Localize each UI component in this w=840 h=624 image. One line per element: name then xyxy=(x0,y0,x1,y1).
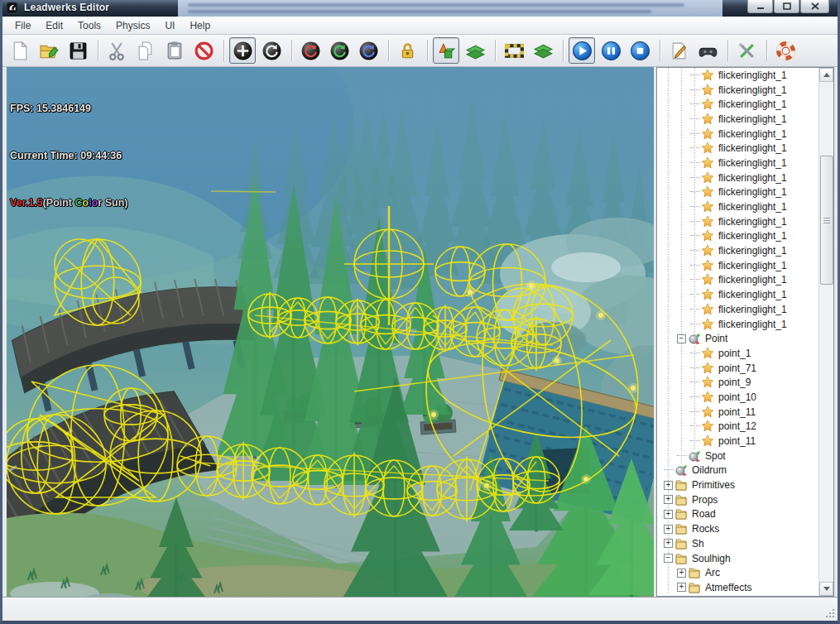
toolbar-rotate-y-button[interactable] xyxy=(326,37,353,64)
tree-item-point_1[interactable]: point_1 xyxy=(657,346,819,361)
script-editor-icon xyxy=(669,41,689,61)
toolbar-frame-select-button[interactable] xyxy=(501,37,527,64)
star-icon xyxy=(701,98,714,111)
maximize-button[interactable] xyxy=(774,0,799,13)
tree-item-flickeringlight_1[interactable]: flickeringlight_1 xyxy=(657,185,819,200)
toolbar-terrain-button[interactable] xyxy=(462,37,488,64)
tree-item-flickeringlight_1[interactable]: flickeringlight_1 xyxy=(657,170,819,185)
minimize-button[interactable] xyxy=(747,0,773,13)
version-line: Ver.1.5(Point Color Sun) xyxy=(10,195,127,211)
toolbar-separator xyxy=(495,40,497,61)
viewport-3d[interactable]: FPS: 15.3846149 Current Time: 09:44:36 V… xyxy=(7,67,654,597)
expand-icon[interactable]: + xyxy=(664,525,673,534)
tree-item-oildrum[interactable]: Oildrum xyxy=(657,463,819,478)
expand-icon[interactable]: + xyxy=(677,583,686,592)
tree-item-flickeringlight_1[interactable]: flickeringlight_1 xyxy=(657,112,819,127)
tree-item-flickeringlight_1[interactable]: flickeringlight_1 xyxy=(657,68,819,83)
toolbar-stop-button[interactable] xyxy=(626,37,653,64)
tree-item-props[interactable]: +Props xyxy=(657,492,819,507)
tree-item-point_11[interactable]: point_11 xyxy=(657,405,819,420)
tree-item-label: flickeringlight_1 xyxy=(718,157,787,169)
toolbar-script-editor-button[interactable] xyxy=(665,37,692,64)
tree-item-flickeringlight_1[interactable]: flickeringlight_1 xyxy=(657,258,819,273)
star-icon xyxy=(701,259,714,272)
toolbar-help-lifering-button[interactable] xyxy=(772,37,799,64)
tree-item-point_12[interactable]: point_12 xyxy=(657,420,819,434)
tree-scrollbar[interactable] xyxy=(818,68,833,596)
toolbar-game-controller-button[interactable] xyxy=(694,37,721,64)
tree-item-flickeringlight_1[interactable]: flickeringlight_1 xyxy=(657,317,819,332)
tree-item-label: Sh xyxy=(692,538,704,550)
expand-icon[interactable]: + xyxy=(664,539,673,548)
expand-icon[interactable]: + xyxy=(664,495,673,504)
tree-item-flickeringlight_1[interactable]: flickeringlight_1 xyxy=(657,83,819,98)
toolbar-translate-button[interactable] xyxy=(229,37,256,64)
star-icon xyxy=(701,288,714,301)
toolbar-copy-button[interactable] xyxy=(132,37,159,64)
expand-icon[interactable]: + xyxy=(664,481,673,490)
tree-item-flickeringlight_1[interactable]: flickeringlight_1 xyxy=(657,156,819,170)
toolbar-pause-button[interactable] xyxy=(598,37,624,64)
scroll-thumb[interactable] xyxy=(820,156,833,285)
tree-item-flickeringlight_1[interactable]: flickeringlight_1 xyxy=(657,243,819,258)
tree-item-soulhigh[interactable]: −Soulhigh xyxy=(657,551,819,566)
scroll-down-button[interactable] xyxy=(819,582,833,596)
collapse-icon[interactable]: − xyxy=(664,554,673,563)
tree-item-spot[interactable]: Spot xyxy=(657,449,819,463)
toolbar-open-folder-button[interactable] xyxy=(36,37,62,64)
expand-icon[interactable]: + xyxy=(664,510,673,519)
tree-item-arc[interactable]: +Arc xyxy=(657,565,819,580)
toolbar-rotate-x-button[interactable] xyxy=(297,37,324,64)
toolbar-rotate-button[interactable] xyxy=(258,37,285,64)
menu-item-edit[interactable]: Edit xyxy=(38,18,70,33)
tree-item-point_11[interactable]: point_11 xyxy=(657,434,819,449)
tree-item-flickeringlight_1[interactable]: flickeringlight_1 xyxy=(657,287,819,302)
tree-connector xyxy=(690,74,700,76)
toolbar-play-button[interactable] xyxy=(569,37,595,64)
toolbar-lock-button[interactable] xyxy=(394,37,420,64)
tree-item-point_10[interactable]: point_10 xyxy=(657,390,819,405)
tree-item-rocks[interactable]: +Rocks xyxy=(657,521,819,536)
toolbar-new-file-button[interactable] xyxy=(7,37,33,64)
tree-item-point_71[interactable]: point_71 xyxy=(657,361,819,376)
tree-item-flickeringlight_1[interactable]: flickeringlight_1 xyxy=(657,214,819,229)
tree-item-label: point_12 xyxy=(718,420,756,432)
menu-item-physics[interactable]: Physics xyxy=(108,18,157,33)
tree-item-flickeringlight_1[interactable]: flickeringlight_1 xyxy=(657,97,819,112)
menu-item-ui[interactable]: UI xyxy=(157,18,182,33)
toolbar-save-button[interactable] xyxy=(65,37,91,64)
no-entry-icon xyxy=(194,41,214,61)
menu-item-file[interactable]: File xyxy=(7,18,38,33)
resize-grip[interactable] xyxy=(825,608,836,619)
collapse-icon[interactable]: − xyxy=(677,334,686,343)
scroll-up-button[interactable] xyxy=(819,68,833,82)
toolbar-terrain-paint-button[interactable] xyxy=(530,37,556,64)
tree-item-atmeffects[interactable]: +Atmeffects xyxy=(657,580,819,595)
tree-item-flickeringlight_1[interactable]: flickeringlight_1 xyxy=(657,273,819,288)
tree-list: flickeringlight_1flickeringlight_1flicke… xyxy=(657,68,819,595)
tree-item-point_9[interactable]: point_9 xyxy=(657,375,819,390)
tree-item-flickeringlight_1[interactable]: flickeringlight_1 xyxy=(657,229,819,244)
tree-item-sh[interactable]: +Sh xyxy=(657,536,819,551)
tree-item-label: flickeringlight_1 xyxy=(718,260,787,271)
tree-item-label: point_71 xyxy=(718,362,756,374)
tree-item-road[interactable]: +Road xyxy=(657,507,819,522)
expand-icon[interactable]: + xyxy=(677,569,686,578)
toolbar-cut-button[interactable] xyxy=(103,37,130,64)
tree-item-point[interactable]: −Point xyxy=(657,331,819,346)
toolbar-no-entry-button[interactable] xyxy=(190,37,217,64)
tree-item-flickeringlight_1[interactable]: flickeringlight_1 xyxy=(657,127,819,142)
tree-item-primitives[interactable]: +Primitives xyxy=(657,478,819,492)
toolbar-options-tools-button[interactable] xyxy=(733,37,760,64)
close-button[interactable] xyxy=(800,0,829,13)
toolbar-paste-button[interactable] xyxy=(161,37,188,64)
tree-item-label: flickeringlight_1 xyxy=(718,128,787,140)
toolbar-rotate-z-button[interactable] xyxy=(355,37,382,64)
tree-item-flickeringlight_1[interactable]: flickeringlight_1 xyxy=(657,199,819,214)
tree-item-flickeringlight_1[interactable]: flickeringlight_1 xyxy=(657,302,819,317)
menu-item-tools[interactable]: Tools xyxy=(70,18,108,33)
tree-item-flickeringlight_1[interactable]: flickeringlight_1 xyxy=(657,141,819,156)
toolbar-entities-button[interactable] xyxy=(433,37,459,64)
menu-item-help[interactable]: Help xyxy=(182,18,218,33)
title-bar[interactable]: Leadwerks Editor xyxy=(2,0,838,17)
